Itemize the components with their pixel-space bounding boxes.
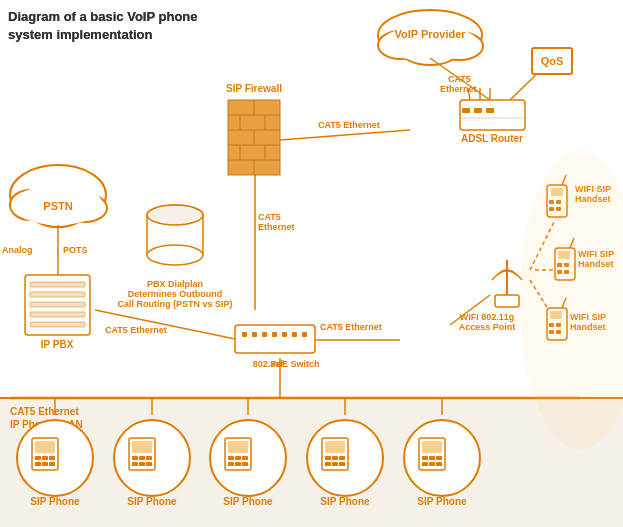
wifi-ap-label1: WIFI 802.11g: [460, 312, 515, 322]
qos-box: QoS: [532, 48, 572, 74]
svg-rect-96: [49, 456, 55, 460]
svg-rect-45: [474, 108, 482, 113]
svg-rect-102: [132, 456, 138, 460]
svg-rect-68: [302, 332, 307, 337]
svg-rect-64: [262, 332, 267, 337]
cat5-voip-label: CAT5: [448, 74, 471, 84]
svg-rect-103: [139, 456, 145, 460]
svg-rect-58: [30, 302, 85, 307]
svg-rect-60: [30, 322, 85, 327]
svg-rect-56: [30, 282, 85, 287]
svg-rect-105: [132, 462, 138, 466]
svg-rect-121: [325, 462, 331, 466]
switch-label2: PoE Switch: [270, 359, 319, 369]
svg-rect-110: [228, 456, 234, 460]
firewall-brick: [228, 100, 280, 175]
sip-phone-3-label: SIP Phone: [223, 496, 273, 507]
svg-rect-131: [436, 462, 442, 466]
svg-rect-67: [292, 332, 297, 337]
poe-switch: [235, 325, 315, 353]
sip-phone-4-label: SIP Phone: [320, 496, 370, 507]
svg-rect-59: [30, 312, 85, 317]
firewall-label: SIP Firewall: [226, 83, 282, 94]
svg-rect-111: [235, 456, 241, 460]
diagram-container: Diagram of a basic VoIP phone system imp…: [0, 0, 623, 527]
svg-rect-66: [282, 332, 287, 337]
svg-rect-97: [35, 462, 41, 466]
cat5-switch-label: CAT5 Ethernet: [320, 322, 382, 332]
wifi-access-point: [492, 260, 522, 307]
cat5-fw-label: CAT5: [258, 212, 281, 222]
svg-rect-113: [228, 462, 234, 466]
svg-rect-127: [429, 456, 435, 460]
analog-label: Analog: [2, 245, 33, 255]
svg-rect-40: [460, 100, 525, 130]
eth-fw-label: Ethernet: [258, 222, 295, 232]
pstn-cloud: PSTN: [10, 165, 107, 227]
svg-rect-122: [332, 462, 338, 466]
pbx-dialplan-label3: Call Routing (PSTN vs SIP): [117, 299, 232, 309]
svg-point-53: [147, 245, 203, 265]
svg-rect-106: [139, 462, 145, 466]
ip-pbx: [25, 275, 90, 335]
svg-rect-94: [35, 456, 41, 460]
pots-label: POTS: [63, 245, 88, 255]
voip-provider-label: VoIP Provider: [394, 28, 466, 40]
cat5-adsl-label: CAT5 Ethernet: [318, 120, 380, 130]
sip-phone-2-label: SIP Phone: [127, 496, 177, 507]
diagram-title-text: Diagram of a basic VoIP phonesystem impl…: [8, 8, 198, 44]
svg-rect-117: [325, 441, 345, 453]
svg-rect-99: [49, 462, 55, 466]
svg-rect-46: [486, 108, 494, 113]
svg-rect-118: [325, 456, 331, 460]
sip-phone-5-label: SIP Phone: [417, 496, 467, 507]
svg-rect-128: [436, 456, 442, 460]
svg-rect-114: [235, 462, 241, 466]
svg-point-54: [147, 205, 203, 225]
svg-rect-70: [495, 295, 519, 307]
svg-rect-101: [132, 441, 152, 453]
cat5-voip-label2: Ethernet: [440, 84, 477, 94]
svg-rect-120: [339, 456, 345, 460]
svg-rect-63: [252, 332, 257, 337]
svg-rect-98: [42, 462, 48, 466]
svg-rect-57: [30, 292, 85, 297]
wifi-ap-label2: Access Point: [459, 322, 516, 332]
diagram-svg: PSTN VoIP Provider CAT5 Ethernet CAT5 Et…: [0, 0, 623, 527]
svg-rect-95: [42, 456, 48, 460]
sip-phone-1-label: SIP Phone: [30, 496, 80, 507]
svg-rect-123: [339, 462, 345, 466]
svg-rect-115: [242, 462, 248, 466]
svg-rect-112: [242, 456, 248, 460]
qos-label: QoS: [541, 55, 564, 67]
svg-rect-44: [462, 108, 470, 113]
svg-rect-109: [228, 441, 248, 453]
svg-rect-65: [272, 332, 277, 337]
svg-line-12: [280, 130, 410, 140]
cat5-pbx-label: CAT5 Ethernet: [105, 325, 167, 335]
pbx-dialplan-label1: PBX Dialplan: [147, 279, 203, 289]
bg-highlight: [520, 150, 623, 450]
svg-rect-130: [429, 462, 435, 466]
svg-rect-104: [146, 456, 152, 460]
svg-rect-125: [422, 441, 442, 453]
svg-rect-107: [146, 462, 152, 466]
svg-rect-93: [35, 441, 55, 453]
ip-pbx-label: IP PBX: [41, 339, 74, 350]
adsl-router-label: ADSL Router: [461, 133, 523, 144]
pbx-dialplan-label2: Determines Outbound: [128, 289, 223, 299]
svg-rect-62: [242, 332, 247, 337]
pstn-label: PSTN: [43, 200, 72, 212]
svg-rect-119: [332, 456, 338, 460]
voip-cloud: VoIP Provider: [378, 10, 483, 65]
svg-rect-126: [422, 456, 428, 460]
svg-rect-129: [422, 462, 428, 466]
pbx-dialplan: [147, 205, 203, 265]
svg-rect-61: [235, 325, 315, 353]
